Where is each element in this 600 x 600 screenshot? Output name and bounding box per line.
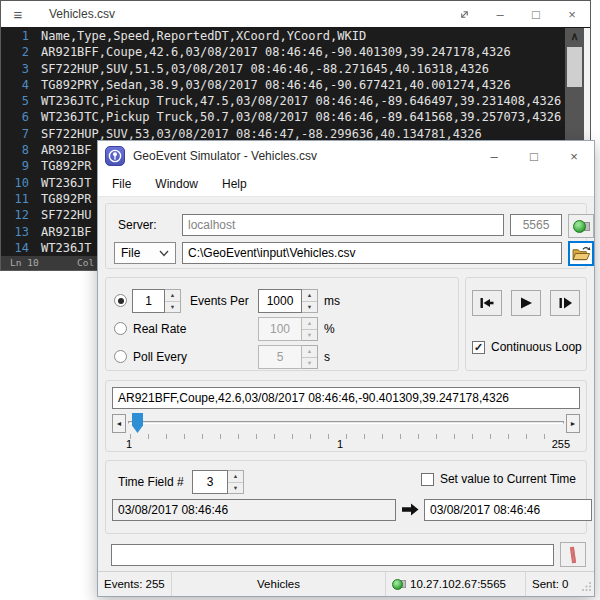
- slider-labels: 1 1 255: [120, 438, 572, 452]
- server-host-field[interactable]: localhost: [182, 214, 504, 236]
- resize-grip[interactable]: [581, 581, 592, 594]
- close-button[interactable]: ×: [554, 141, 594, 171]
- source-type-dropdown[interactable]: File: [114, 242, 176, 264]
- server-port-field[interactable]: 5565: [510, 214, 562, 236]
- time-field-group: Time Field # 3 ▲ ▼ Set value to Current …: [105, 460, 587, 534]
- line-indicator: Ln 10: [10, 256, 39, 270]
- line-number: 13: [1, 224, 29, 240]
- file-path-field[interactable]: C:\GeoEvent\input\Vehicles.csv: [182, 242, 562, 264]
- menu-help[interactable]: Help: [212, 173, 257, 195]
- skip-to-start-icon: [479, 297, 495, 309]
- event-count-spinner[interactable]: 1 ▲ ▼: [132, 289, 181, 313]
- expand-icon[interactable]: [446, 1, 482, 27]
- spinner-buttons: ▲ ▼: [228, 470, 244, 494]
- play-icon: [519, 297, 533, 309]
- events-per-row: 1 ▲ ▼ Events Per 1000 ▲ ▼ m: [106, 288, 458, 314]
- line-number: 4: [1, 77, 29, 93]
- spin-up-icon[interactable]: ▲: [302, 290, 317, 302]
- spinner-buttons: ▲ ▼: [165, 289, 181, 313]
- spin-down-icon[interactable]: ▼: [165, 302, 180, 313]
- event-slider-row: ◄ ►: [112, 413, 580, 433]
- slider-right-arrow[interactable]: ►: [566, 414, 580, 433]
- source-type-value: File: [121, 246, 159, 260]
- line-text: AR921BF: [29, 142, 92, 158]
- spin-up-icon: ▲: [302, 318, 317, 330]
- editor-window-controls: – □ ×: [446, 1, 590, 27]
- menu-file[interactable]: File: [102, 173, 141, 195]
- slider-groove: [128, 421, 564, 424]
- minimize-button[interactable]: –: [482, 1, 518, 27]
- percent-unit-label: %: [324, 322, 335, 336]
- line-text: TG892PRY,Sedan,38.9,03/08/2017 08:46:46,…: [29, 77, 511, 93]
- spin-down-icon: ▼: [302, 330, 317, 341]
- csv-line: 3 SF722HUP,SUV,51.5,03/08/2017 08:46:46,…: [1, 61, 584, 77]
- line-number: 7: [1, 126, 29, 142]
- connection-group: Server: localhost 5565 File C:\GeoEvent\…: [105, 203, 587, 269]
- spin-up-icon[interactable]: ▲: [165, 290, 180, 302]
- time-field-value[interactable]: 3: [192, 470, 228, 494]
- line-text: SF722HU: [29, 207, 92, 223]
- events-count: Events: 255: [104, 578, 165, 590]
- browse-file-button[interactable]: [568, 241, 594, 266]
- open-folder-icon: [572, 246, 591, 261]
- rate-group: 1 ▲ ▼ Events Per 1000 ▲ ▼ m: [105, 277, 459, 371]
- csv-line: 1 Name,Type,Speed,ReportedDT,XCoord,YCoo…: [1, 28, 584, 44]
- current-event-field[interactable]: AR921BFF,Coupe,42.6,03/08/2017 08:46:46,…: [112, 387, 580, 409]
- line-text: TG892PR: [29, 191, 92, 207]
- slider-max-label: 255: [552, 438, 570, 450]
- connect-button[interactable]: [568, 214, 594, 238]
- maximize-button[interactable]: □: [518, 1, 554, 27]
- interval-value[interactable]: 1000: [258, 289, 302, 313]
- screen: ≡ Vehicles.csv – □ × 1 Name,Type,Speed,R…: [0, 0, 600, 600]
- real-rate-radio[interactable]: [114, 322, 127, 335]
- minimize-button[interactable]: –: [474, 141, 514, 171]
- step-forward-icon: [557, 297, 573, 309]
- time-from-field[interactable]: 03/08/2017 08:46:46: [112, 499, 396, 521]
- step-forward-button[interactable]: [550, 290, 580, 316]
- spinner-buttons: ▲ ▼: [302, 345, 318, 369]
- events-per-radio[interactable]: [114, 294, 127, 307]
- poll-every-radio[interactable]: [114, 350, 127, 363]
- connection-status-icon: [573, 220, 586, 233]
- interval-spinner[interactable]: 1000 ▲ ▼: [258, 289, 318, 313]
- poll-every-spinner: 5 ▲ ▼: [258, 345, 318, 369]
- poll-every-row: Poll Every 5 ▲ ▼ s: [106, 344, 458, 370]
- current-time-option: Set value to Current Time: [421, 472, 576, 486]
- line-text: AR921BFF,Coupe,42.6,03/08/2017 08:46:46,…: [29, 44, 511, 60]
- step-back-button[interactable]: [472, 290, 502, 316]
- time-field-spinner[interactable]: 3 ▲ ▼: [192, 470, 244, 494]
- scroll-up-icon[interactable]: ∧: [565, 28, 584, 45]
- csv-line: 5 WT236JTC,Pickup Truck,47.5,03/08/2017 …: [1, 93, 584, 109]
- maximize-button[interactable]: □: [514, 141, 554, 171]
- hamburger-menu-icon[interactable]: ≡: [1, 6, 35, 23]
- events-per-label: Events Per: [190, 294, 249, 308]
- close-button[interactable]: ×: [554, 1, 590, 27]
- endpoint-address: 10.27.102.67:5565: [410, 578, 506, 590]
- playback-group: ✓ Continuous Loop: [465, 277, 587, 371]
- server-label: Server:: [118, 218, 157, 232]
- menubar: File Window Help: [98, 171, 594, 197]
- progress-field[interactable]: [111, 544, 554, 566]
- slider-thumb[interactable]: [132, 413, 143, 433]
- spin-down-icon[interactable]: ▼: [228, 483, 243, 494]
- eraser-icon: [570, 547, 576, 561]
- set-current-time-checkbox[interactable]: [421, 473, 434, 486]
- maps-to-arrow-icon: [402, 503, 419, 519]
- continuous-loop-checkbox[interactable]: ✓: [472, 341, 485, 354]
- slider-track[interactable]: [128, 413, 564, 433]
- line-text: SF722HUP,SUV,51.5,03/08/2017 08:46:46,-8…: [29, 61, 489, 77]
- feed-name: Vehicles: [257, 578, 300, 590]
- csv-line: 2 AR921BFF,Coupe,42.6,03/08/2017 08:46:4…: [1, 44, 584, 60]
- play-button[interactable]: [511, 290, 541, 316]
- spin-up-icon[interactable]: ▲: [228, 471, 243, 483]
- app-window-controls: – □ ×: [474, 141, 594, 171]
- scrollbar-thumb[interactable]: [567, 47, 582, 87]
- clear-button[interactable]: [560, 542, 586, 567]
- slider-left-arrow[interactable]: ◄: [112, 414, 126, 433]
- slider-min-label: 1: [126, 438, 132, 450]
- time-to-field[interactable]: 03/08/2017 08:46:46: [424, 499, 592, 521]
- menu-window[interactable]: Window: [145, 173, 208, 195]
- spin-down-icon[interactable]: ▼: [302, 302, 317, 313]
- set-current-time-label: Set value to Current Time: [440, 472, 576, 486]
- event-count-value[interactable]: 1: [132, 289, 165, 313]
